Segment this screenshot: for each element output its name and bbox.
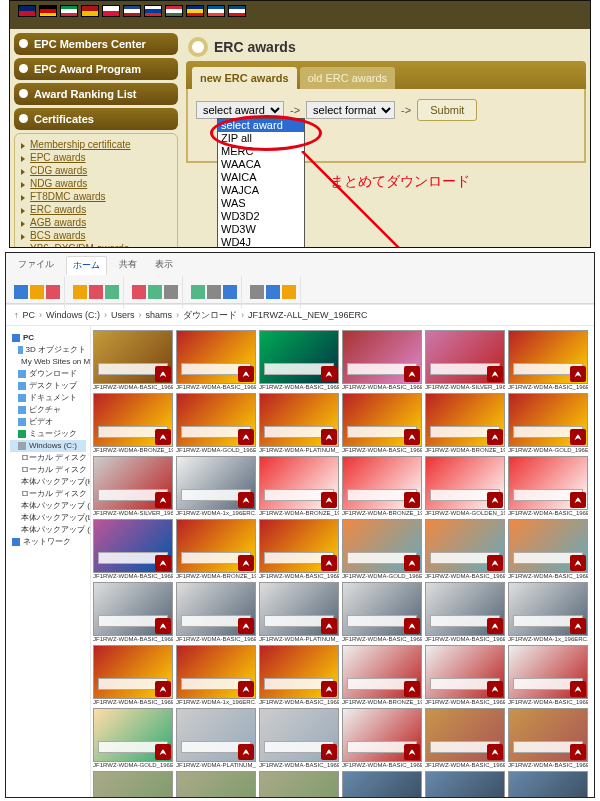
file-thumb[interactable]: JF1RWZ-WDMA-PLATINUM_196ERC.pdf (259, 393, 339, 454)
ribbon-icon[interactable] (266, 285, 280, 299)
tree-item[interactable]: ダウンロード (10, 368, 86, 380)
file-thumb[interactable]: JF1RWZ-WDMA-GOLD_196ERC.pdf (342, 519, 422, 580)
flag-hu[interactable] (165, 5, 183, 17)
file-thumb[interactable]: JF1RWZ-WDMA-BASIC_196ERC.pdf (425, 582, 505, 643)
cert-link[interactable]: YB6_DXC/DM awards (21, 242, 171, 248)
file-thumb[interactable]: JF1RWZ-WDMA-BRONZE_196ERC.pdf (93, 393, 173, 454)
file-thumb[interactable]: JF1RWZ-WDMA-BASIC_196ERC.pdf (508, 456, 588, 517)
file-thumb[interactable]: JF1RWZ-WDMA-BASIC_196ERC.pdf (425, 708, 505, 769)
flag-ru[interactable] (144, 5, 162, 17)
ribbon-icon[interactable] (46, 285, 60, 299)
file-thumb[interactable]: JF1RWZ-WDMA-BASIC_196ERC.pdf (425, 771, 505, 798)
file-thumb[interactable]: JF1RWZ-WDMA-BASIC_196ERC.pdf (425, 519, 505, 580)
cert-link[interactable]: CDG awards (21, 164, 171, 177)
ribbon-icon[interactable] (282, 285, 296, 299)
ribbon-tab[interactable]: 共有 (113, 256, 143, 275)
ribbon-icon[interactable] (207, 285, 221, 299)
file-thumb[interactable]: JF1RWZ-WDMA-BASIC_196ERC.pdf (93, 645, 173, 706)
tree-item[interactable]: ミュージック (10, 428, 86, 440)
file-thumb[interactable]: JF1RWZ-WDMA-1x_196ERC.pdf (508, 582, 588, 643)
file-thumb[interactable]: JF1RWZ-WDMA-BASIC_196ERC.pdf (342, 330, 422, 391)
cert-link[interactable]: Membership certificate (21, 138, 171, 151)
flag-de[interactable] (39, 5, 57, 17)
tree-item[interactable]: ビデオ (10, 416, 86, 428)
file-thumb[interactable]: JF1RWZ-WDMA-BASIC_196ERC.pdf (176, 582, 256, 643)
cert-link[interactable]: ERC awards (21, 203, 171, 216)
nav-tree[interactable]: PC3D オブジェクトMy Web Sites on MSNダウンロードデスクト… (6, 326, 91, 798)
flag-pl[interactable] (102, 5, 120, 17)
tab-new-awards[interactable]: new ERC awards (192, 67, 297, 89)
file-thumb[interactable]: JF1RWZ-WDMA-PLATINUM_196ERC.pdf (176, 708, 256, 769)
file-thumb[interactable]: JF1RWZ-WDMA-1x_196ERC.pdf (176, 645, 256, 706)
breadcrumb-segment[interactable]: Users (111, 310, 135, 320)
breadcrumb-segment[interactable]: Windows (C:) (46, 310, 100, 320)
tree-item[interactable]: ローカル ディスク (D:) (10, 452, 86, 464)
ribbon-icon[interactable] (89, 285, 103, 299)
file-thumb[interactable]: JF1RWZ-WDMA-BASIC_196ERC.pdf (342, 582, 422, 643)
flag-cz[interactable] (228, 5, 246, 17)
breadcrumb-segment[interactable]: JF1RWZ-ALL_NEW_196ERC (248, 310, 367, 320)
tree-item[interactable]: デスクトップ (10, 380, 86, 392)
file-thumb[interactable]: JF1RWZ-WDMA-BASIC_196ERC.pdf (342, 393, 422, 454)
file-thumb[interactable]: JF1RWZ-WDMA-BASIC_196ERC.pdf (508, 519, 588, 580)
file-thumb[interactable]: JF1RWZ-WDMA-BASIC_196ERC.pdf (259, 708, 339, 769)
file-thumb[interactable]: JF1RWZ-WDMA-BASIC_196ERC.pdf (176, 330, 256, 391)
flag-gb[interactable] (18, 5, 36, 17)
tree-item[interactable]: 3D オブジェクト (10, 344, 86, 356)
file-thumb[interactable]: JF1RWZ-WDMA-BASIC_196ERC.pdf (508, 330, 588, 391)
ribbon-icon[interactable] (191, 285, 205, 299)
file-thumb[interactable]: JF1RWZ-WDMA-BASIC_196ERC.pdf (259, 330, 339, 391)
flag-ro[interactable] (186, 5, 204, 17)
file-thumb[interactable]: JF1RWZ-WDMA-BRONZE_196ERC.pdf (342, 456, 422, 517)
ribbon-icon[interactable] (250, 285, 264, 299)
flag-fr[interactable] (207, 5, 225, 17)
file-grid[interactable]: JF1RWZ-WDMA-BASIC_196ERC.pdfJF1RWZ-WDMA-… (91, 326, 594, 798)
file-thumb[interactable]: JF1RWZ-WDMA-BASIC_196ERC.pdf (176, 771, 256, 798)
file-thumb[interactable]: JF1RWZ-WDMA-SILVER_196ERC.pdf (425, 330, 505, 391)
sidebar-item-1[interactable]: EPC Award Program (14, 58, 178, 80)
file-thumb[interactable]: JF1RWZ-WDMA-BASIC_196ERC.pdf (508, 708, 588, 769)
breadcrumb-segment[interactable]: PC (23, 310, 36, 320)
flag-nl[interactable] (123, 5, 141, 17)
ribbon-icon[interactable] (223, 285, 237, 299)
breadcrumb-segment[interactable]: shams (146, 310, 173, 320)
ribbon-icon[interactable] (105, 285, 119, 299)
file-thumb[interactable]: JF1RWZ-WDMA-1x_196ERC.pdf (176, 456, 256, 517)
tree-item[interactable]: ピクチャ (10, 404, 86, 416)
file-thumb[interactable]: JF1RWZ-WDMA-GOLDEN_196ERC.pdf (425, 456, 505, 517)
cert-link[interactable]: FT8DMC awards (21, 190, 171, 203)
breadcrumb-segment[interactable]: ダウンロード (183, 309, 237, 322)
file-thumb[interactable]: JF1RWZ-WDMA-BRONZE_196ERC.pdf (425, 393, 505, 454)
ribbon-tab[interactable]: 表示 (149, 256, 179, 275)
select-format[interactable]: select format (306, 101, 395, 119)
tree-item[interactable]: ドキュメント (10, 392, 86, 404)
file-thumb[interactable]: JF1RWZ-WDMA-BASIC_196ERC.pdf (508, 645, 588, 706)
file-thumb[interactable]: JF1RWZ-WDMA-BRONZE_196ERC.pdf (176, 519, 256, 580)
ribbon-icon[interactable] (132, 285, 146, 299)
sidebar-item-0[interactable]: EPC Members Center (14, 33, 178, 55)
file-thumb[interactable]: JF1RWZ-WDMA-BASIC_196ERC.pdf (93, 519, 173, 580)
file-thumb[interactable]: JF1RWZ-WDMA-BASIC_196ERC.pdf (93, 330, 173, 391)
tree-item[interactable]: PC (10, 332, 86, 344)
ribbon-tab[interactable]: ファイル (12, 256, 60, 275)
file-thumb[interactable]: JF1RWZ-WDMA-BASIC_196ERC.pdf (342, 771, 422, 798)
file-thumb[interactable]: JF1RWZ-WDMA-GOLD_196ERC.pdf (176, 393, 256, 454)
tab-old-awards[interactable]: old ERC awards (300, 67, 395, 89)
sidebar-item-2[interactable]: Award Ranking List (14, 83, 178, 105)
sidebar-item-3[interactable]: Certificates (14, 108, 178, 130)
tree-item[interactable]: 本体バックアップ (K:) (10, 500, 86, 512)
file-thumb[interactable]: JF1RWZ-WDMA-BASIC_196ERC.pdf (259, 771, 339, 798)
file-thumb[interactable]: JF1RWZ-WDMA-BASIC_196ERC.pdf (93, 582, 173, 643)
ribbon-tab[interactable]: ホーム (66, 256, 107, 275)
cert-link[interactable]: AGB awards (21, 216, 171, 229)
flag-it[interactable] (60, 5, 78, 17)
tree-item[interactable]: ネットワーク (10, 536, 86, 548)
ribbon-icon[interactable] (148, 285, 162, 299)
submit-button[interactable]: Submit (417, 99, 477, 121)
ribbon-icon[interactable] (73, 285, 87, 299)
file-thumb[interactable]: JF1RWZ-WDMA-SILVER_196ERC.pdf (93, 456, 173, 517)
ribbon-icon[interactable] (14, 285, 28, 299)
tree-item[interactable]: ローカル ディスク (G:) (10, 464, 86, 476)
file-thumb[interactable]: JF1RWZ-WDMA-BRONZE_196ERC.pdf (259, 456, 339, 517)
file-thumb[interactable]: JF1RWZ-WDMA-GOLD_196ERC.pdf (508, 393, 588, 454)
